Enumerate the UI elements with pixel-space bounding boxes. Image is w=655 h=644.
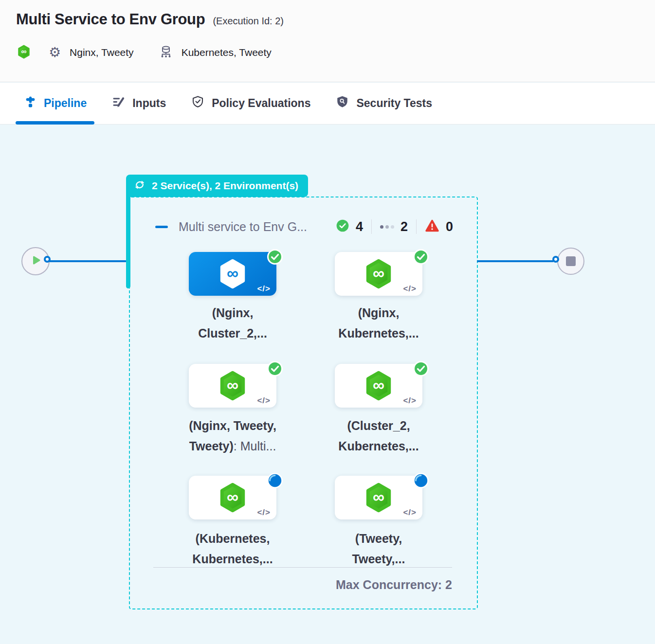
running-icon <box>380 225 394 229</box>
execution-page: Multi Service to Env Group (Execution Id… <box>0 0 655 644</box>
tab-label: Pipeline <box>44 97 87 110</box>
end-connector-dot <box>552 256 559 263</box>
success-badge-icon <box>413 360 429 377</box>
node-label: (Nginx, Kubernetes,... <box>298 303 459 343</box>
svg-text:∞: ∞ <box>373 376 384 394</box>
page-title: Multi Service to Env Group <box>16 11 205 28</box>
tab-security-tests[interactable]: Security Tests <box>336 83 432 125</box>
matrix-node-card[interactable]: ∞ </> <box>189 364 276 408</box>
page-header: Multi Service to Env Group (Execution Id… <box>0 0 655 82</box>
shield-search-icon <box>336 95 349 111</box>
play-icon <box>28 253 43 269</box>
collapse-icon[interactable] <box>155 226 168 228</box>
matrix-node-card[interactable]: ∞ </> <box>189 252 276 296</box>
gear-icon: ⚙ <box>49 46 61 59</box>
running-count: 2 <box>400 219 408 234</box>
code-icon: </> <box>403 508 417 518</box>
inputs-icon <box>112 95 125 111</box>
tab-policy-evaluations[interactable]: Policy Evaluations <box>191 83 310 125</box>
node-label: (Nginx, Cluster_2,... <box>152 303 313 343</box>
matrix-badge-tail <box>126 193 130 288</box>
matrix-node-card[interactable]: ∞ </> <box>189 476 276 519</box>
svg-text:∞: ∞ <box>373 265 384 283</box>
stage-header: Multi service to Env G... 4 2 <box>155 218 453 235</box>
running-badge-icon <box>413 472 429 489</box>
code-icon: </> <box>403 396 417 406</box>
environment-group-icon <box>159 44 173 61</box>
environments-meta: Kubernetes, Tweety <box>159 44 272 61</box>
tab-pipeline[interactable]: Pipeline <box>24 83 87 125</box>
success-badge-icon <box>267 360 283 377</box>
services-label: Nginx, Tweety <box>70 47 134 58</box>
stage-title: Multi service to Env G... <box>179 220 307 234</box>
harness-pipeline-icon: ∞ <box>18 45 30 61</box>
svg-text:∞: ∞ <box>373 488 384 506</box>
tab-inputs[interactable]: Inputs <box>112 83 166 125</box>
node-label: (Cluster_2, Kubernetes,... <box>298 415 459 456</box>
loop-icon <box>133 179 146 194</box>
node-label: (Tweety, Tweety,... <box>298 528 459 569</box>
success-badge-icon <box>413 249 429 265</box>
svg-text:∞: ∞ <box>227 376 238 394</box>
execution-meta-row: ∞ ⚙ Nginx, Tweety Kub <box>18 43 297 62</box>
divider <box>416 219 417 234</box>
matrix-stage-group: Multi service to Env G... 4 2 <box>129 197 478 609</box>
failed-count: 0 <box>446 219 453 234</box>
status-counts: 4 2 0 <box>336 219 453 234</box>
pipeline-canvas: 2 Service(s), 2 Environment(s) Multi ser… <box>0 125 655 644</box>
matrix-node-card[interactable]: ∞ </> <box>335 364 422 408</box>
edge-start-to-stage <box>49 260 127 262</box>
services-meta: ⚙ Nginx, Tweety <box>49 46 134 59</box>
code-icon: </> <box>257 284 271 294</box>
execution-tabs: Pipeline Inputs Policy Evaluations <box>0 83 655 125</box>
success-icon <box>336 219 349 234</box>
environments-label: Kubernetes, Tweety <box>182 47 272 58</box>
pipeline-icon <box>24 96 36 111</box>
success-badge-icon <box>267 249 283 265</box>
failed-icon <box>425 219 439 234</box>
tab-label: Security Tests <box>356 97 432 110</box>
node-label: (Kubernetes, Kubernetes,... <box>152 528 313 569</box>
tab-label: Inputs <box>132 97 166 110</box>
svg-text:∞: ∞ <box>227 265 238 283</box>
node-label: (Nginx, Tweety, Tweety): Multi... <box>152 415 313 456</box>
matrix-node-card[interactable]: ∞ </> <box>335 476 422 519</box>
code-icon: </> <box>403 284 417 294</box>
footer-divider <box>153 567 452 568</box>
matrix-badge[interactable]: 2 Service(s), 2 Environment(s) <box>126 175 308 197</box>
start-connector-dot <box>44 256 51 263</box>
running-badge-icon <box>267 472 283 489</box>
matrix-badge-label: 2 Service(s), 2 Environment(s) <box>152 180 298 192</box>
stop-icon <box>566 256 576 266</box>
code-icon: </> <box>257 508 271 518</box>
pipeline-end-node <box>557 248 584 275</box>
execution-id: (Execution Id: 2) <box>213 16 284 27</box>
shield-check-icon <box>191 95 204 111</box>
divider <box>371 219 372 234</box>
tab-label: Policy Evaluations <box>212 97 310 110</box>
matrix-node-card[interactable]: ∞ </> <box>335 252 422 296</box>
max-concurrency-label: Max Concurrency: 2 <box>153 578 452 592</box>
edge-stage-to-end <box>477 260 554 262</box>
svg-text:∞: ∞ <box>21 47 26 55</box>
title-row: Multi Service to Env Group (Execution Id… <box>16 11 284 28</box>
svg-text:∞: ∞ <box>227 488 238 506</box>
code-icon: </> <box>257 396 271 406</box>
success-count: 4 <box>356 219 363 234</box>
